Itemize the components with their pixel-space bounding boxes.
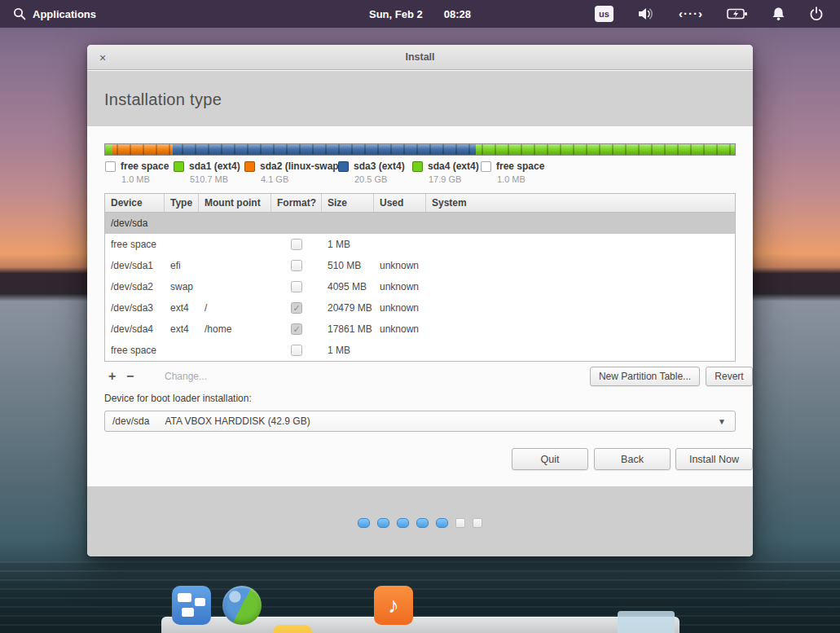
page-title: Installation type: [87, 71, 753, 109]
progress-dot: [358, 518, 370, 528]
partition-segment-sda2: [112, 144, 173, 155]
legend-swatch: [105, 161, 116, 172]
progress-dot: [455, 518, 465, 528]
search-icon: [13, 7, 26, 20]
dock-icon-multitasking[interactable]: [172, 586, 211, 625]
column-system[interactable]: System: [426, 194, 735, 212]
bootloader-device: /dev/sda: [112, 415, 149, 427]
column-used[interactable]: Used: [374, 194, 426, 212]
table-header: Device Type Mount point Format? Size Use…: [105, 194, 735, 213]
bootloader-label: Device for boot loader installation:: [104, 393, 252, 404]
new-partition-table-button[interactable]: New Partition Table...: [590, 367, 700, 386]
table-row[interactable]: /dev/sda4 ext4 /home 17861 MB unknown: [105, 319, 735, 340]
page-header: Installation type: [87, 71, 753, 126]
column-device[interactable]: Device: [105, 194, 165, 212]
music-note-icon: ♪: [388, 593, 399, 618]
partition-table: Device Type Mount point Format? Size Use…: [104, 193, 736, 362]
battery-charging-icon[interactable]: [727, 7, 748, 20]
progress-dot: [397, 518, 409, 528]
partition-segment-sda3: [173, 144, 475, 155]
keyboard-layout-indicator[interactable]: us: [595, 6, 614, 22]
column-mount-point[interactable]: Mount point: [199, 194, 271, 212]
partitioning-content: free space 1.0 MB sda1 (ext4) 510.7 MB s…: [87, 126, 753, 486]
action-buttons: Quit Back Install Now: [104, 448, 736, 470]
revert-button[interactable]: Revert: [706, 367, 753, 386]
legend-swatch: [338, 161, 349, 172]
applications-menu[interactable]: Applications: [0, 7, 96, 20]
legend-item: free space 1.0 MB: [105, 160, 169, 184]
network-icon[interactable]: ‹···›: [679, 6, 703, 22]
legend-item: sda1 (ext4) 510.7 MB: [174, 160, 240, 184]
column-size[interactable]: Size: [322, 194, 374, 212]
progress-dot: [436, 518, 448, 528]
column-type[interactable]: Type: [165, 194, 199, 212]
dock-icon-music[interactable]: ♪: [374, 586, 413, 625]
table-row-disk[interactable]: /dev/sda: [105, 213, 735, 234]
column-format[interactable]: Format?: [271, 194, 322, 212]
window-titlebar[interactable]: × Install: [87, 45, 753, 70]
window-title: Install: [405, 51, 434, 63]
install-window: × Install Installation type free space 1…: [87, 45, 753, 556]
quit-button[interactable]: Quit: [512, 448, 588, 470]
format-checkbox[interactable]: [291, 345, 302, 356]
dock-icon-web-browser[interactable]: [222, 586, 262, 625]
bootloader-device-description: ATA VBOX HARDDISK (42.9 GB): [165, 415, 310, 427]
progress-dot: [416, 518, 429, 528]
power-icon[interactable]: [809, 7, 824, 21]
format-checkbox[interactable]: [291, 239, 302, 250]
format-checkbox[interactable]: [291, 260, 302, 271]
table-row[interactable]: /dev/sda2 swap 4095 MB unknown: [105, 276, 735, 297]
table-row[interactable]: free space 1 MB: [105, 340, 735, 361]
remove-partition-button[interactable]: −: [126, 369, 134, 384]
partition-bar: [104, 143, 736, 156]
notifications-bell-icon[interactable]: [772, 7, 785, 21]
format-checkbox[interactable]: [291, 323, 302, 335]
install-now-button[interactable]: Install Now: [675, 448, 753, 470]
applications-label: Applications: [33, 8, 96, 20]
progress-dot: [377, 518, 389, 528]
format-checkbox[interactable]: [291, 302, 302, 314]
legend-swatch: [174, 161, 184, 172]
legend-swatch: [412, 161, 423, 172]
legend-swatch: [244, 161, 255, 172]
partition-toolbar: + − Change... New Partition Table... Rev…: [104, 367, 736, 386]
dock-active-highlight: [618, 611, 675, 633]
progress-dots: [87, 486, 753, 528]
table-row[interactable]: /dev/sda1 efi 510 MB unknown: [105, 255, 735, 276]
panel-time: 08:28: [444, 8, 471, 20]
back-button[interactable]: Back: [594, 448, 671, 470]
table-row[interactable]: /dev/sda3 ext4 / 20479 MB unknown: [105, 297, 735, 319]
add-partition-button[interactable]: +: [108, 369, 116, 384]
partition-legend: free space 1.0 MB sda1 (ext4) 510.7 MB s…: [104, 160, 736, 190]
legend-item: sda2 (linux-swap) 4.1 GB: [244, 160, 342, 184]
bootloader-device-dropdown[interactable]: /dev/sda ATA VBOX HARDDISK (42.9 GB) ▼: [104, 411, 736, 432]
legend-item: sda3 (ext4) 20.5 GB: [338, 160, 405, 184]
format-checkbox[interactable]: [291, 281, 302, 292]
dock-icon-mail[interactable]: [273, 625, 312, 633]
wizard-footer: [87, 486, 753, 556]
chevron-down-icon: ▼: [718, 417, 726, 426]
desktop: Applications Sun, Feb 2 08:28 us ‹···›: [0, 0, 840, 633]
top-panel: Applications Sun, Feb 2 08:28 us ‹···›: [0, 0, 840, 28]
table-row[interactable]: free space 1 MB: [105, 234, 735, 255]
partition-segment-sda4: [476, 144, 735, 155]
panel-date: Sun, Feb 2: [369, 8, 423, 20]
legend-item: sda4 (ext4) 17.9 GB: [412, 160, 479, 184]
partition-segment-sda1: [105, 144, 112, 155]
volume-icon[interactable]: [637, 7, 655, 21]
progress-dot: [473, 518, 482, 528]
legend-item: free space 1.0 MB: [481, 160, 544, 184]
change-button[interactable]: Change...: [165, 371, 207, 382]
close-button[interactable]: ×: [96, 45, 109, 70]
legend-swatch: [481, 161, 491, 172]
